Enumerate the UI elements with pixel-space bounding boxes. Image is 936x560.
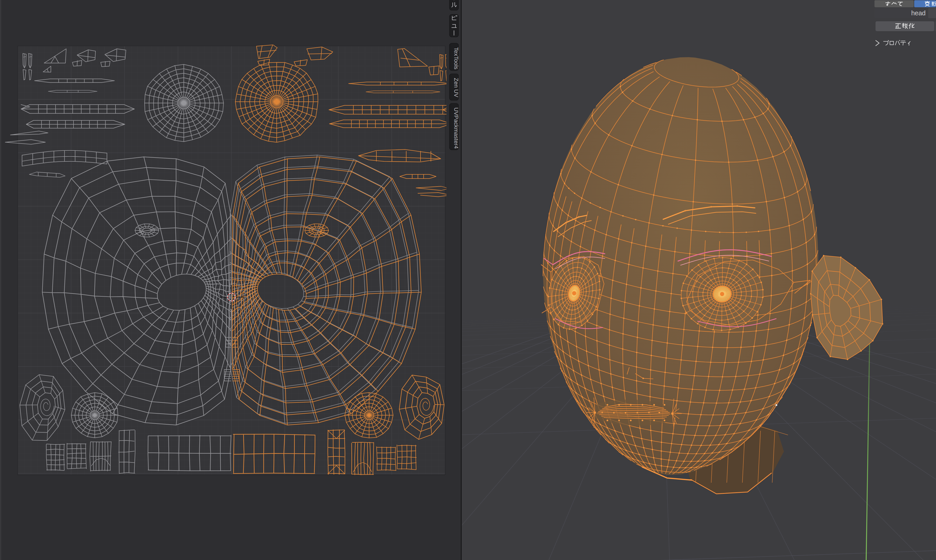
svg-text:Zen UV: Zen UV xyxy=(453,78,459,97)
svg-text:UVPackmaster4: UVPackmaster4 xyxy=(453,108,459,149)
svg-text:TexTools: TexTools xyxy=(453,47,459,69)
svg-text:head: head xyxy=(911,9,925,17)
